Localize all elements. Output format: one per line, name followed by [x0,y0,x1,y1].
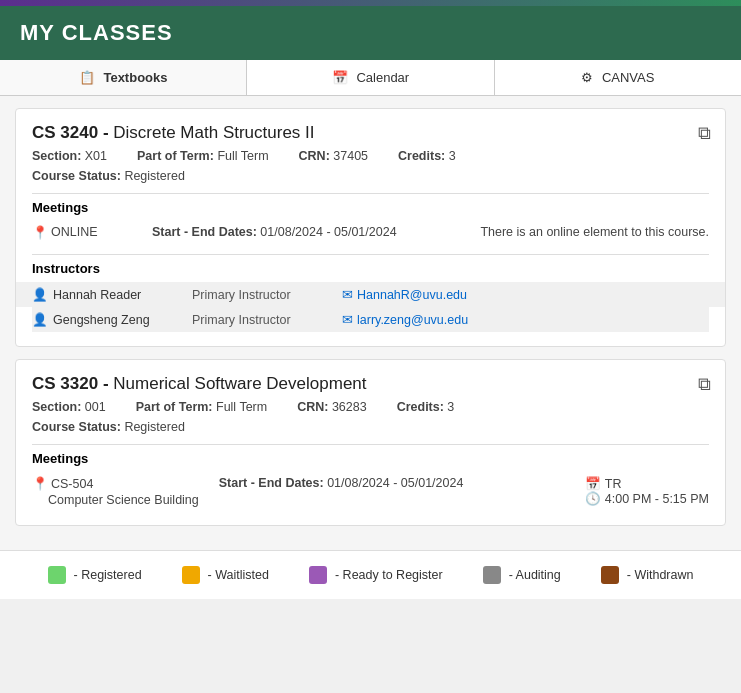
textbooks-icon: 📋 [79,70,95,85]
tab-calendar[interactable]: 📅 Calendar [247,60,494,95]
course-separator-cs3240: - [103,123,113,142]
content: ⧉ CS 3240 - Discrete Math Structures II … [0,96,741,550]
person-icon-1-cs3240: 👤 [32,312,48,327]
instructor-name-text-1-cs3240: Gengsheng Zeng [53,313,150,327]
meeting-note-cs3240: There is an online element to this cours… [480,225,709,239]
instructor-name-text-0-cs3240: Hannah Reader [53,288,141,302]
tabs-container: 📋 Textbooks 📅 Calendar ⚙ CANVAS [0,60,741,96]
credits-cs3320: Credits: 3 [397,400,455,414]
course-meta-cs3320: Section: 001 Part of Term: Full Term CRN… [32,400,709,414]
instructor-name-0-cs3240: 👤 Hannah Reader [32,287,192,302]
tab-canvas[interactable]: ⚙ CANVAS [495,60,741,95]
external-link-button-cs3240[interactable]: ⧉ [698,123,711,144]
pin-icon-cs3240: 📍 [32,225,48,240]
calendar-icon: 📅 [332,70,348,85]
course-separator-cs3320: - [103,374,113,393]
course-meta-cs3240: Section: X01 Part of Term: Full Term CRN… [32,149,709,163]
legend-dot-auditing [483,566,501,584]
tab-textbooks-label: Textbooks [103,70,167,85]
legend-label-auditing: - Auditing [509,568,561,582]
term-cs3240: Part of Term: Full Term [137,149,269,163]
legend-dot-withdrawn [601,566,619,584]
credits-cs3240: Credits: 3 [398,149,456,163]
external-link-button-cs3320[interactable]: ⧉ [698,374,711,395]
legend-dot-registered [48,566,66,584]
tab-textbooks[interactable]: 📋 Textbooks [0,60,247,95]
person-icon-0-cs3240: 👤 [32,287,48,302]
meeting-dates-cs3240: Start - End Dates: 01/08/2024 - 05/01/20… [152,225,460,239]
instructor-email-1-cs3240[interactable]: ✉ larry.zeng@uvu.edu [342,312,468,327]
crn-cs3240: CRN: 37405 [299,149,368,163]
location-building-cs3320: Computer Science Building [32,493,199,507]
meeting-time-cs3320: 📅 TR 🕓 4:00 PM - 5:15 PM [585,476,709,506]
legend-dot-waitlisted [182,566,200,584]
divider-meetings-cs3320 [32,444,709,445]
instructor-name-1-cs3240: 👤 Gengsheng Zeng [32,312,192,327]
email-icon-0-cs3240: ✉ [342,287,353,302]
legend-waitlisted: - Waitlisted [182,566,269,584]
course-title-cs3240: CS 3240 - Discrete Math Structures II [32,123,709,143]
legend: - Registered - Waitlisted - Ready to Reg… [0,550,741,599]
divider-instructors-cs3240 [32,254,709,255]
legend-label-withdrawn: - Withdrawn [627,568,694,582]
legend-label-registered: - Registered [74,568,142,582]
course-name-cs3320: Numerical Software Development [113,374,366,393]
tab-canvas-label: CANVAS [602,70,655,85]
meeting-row-cs3240: 📍 ONLINE Start - End Dates: 01/08/2024 -… [32,221,709,244]
canvas-icon: ⚙ [581,70,593,85]
course-name-cs3240: Discrete Math Structures II [113,123,314,142]
meeting-time-text-cs3320: 4:00 PM - 5:15 PM [605,492,709,506]
email-icon-1-cs3240: ✉ [342,312,353,327]
legend-ready: - Ready to Register [309,566,443,584]
instructor-email-text-1-cs3240: larry.zeng@uvu.edu [357,313,468,327]
meetings-title-cs3320: Meetings [32,451,709,466]
tab-calendar-label: Calendar [356,70,409,85]
legend-withdrawn: - Withdrawn [601,566,694,584]
course-code-cs3240: CS 3240 [32,123,98,142]
legend-registered: - Registered [48,566,142,584]
instructors-title-cs3240: Instructors [32,261,709,276]
instructor-role-0-cs3240: Primary Instructor [192,288,342,302]
meeting-location-cs3240: 📍 ONLINE [32,225,132,240]
course-title-cs3320: CS 3320 - Numerical Software Development [32,374,709,394]
course-status-cs3240: Course Status: Registered [32,169,709,183]
instructor-email-0-cs3240[interactable]: ✉ HannahR@uvu.edu [342,287,467,302]
meeting-dates-cs3320: Start - End Dates: 01/08/2024 - 05/01/20… [219,476,565,490]
course-status-cs3320: Course Status: Registered [32,420,709,434]
header: MY CLASSES [0,6,741,60]
instructor-role-1-cs3240: Primary Instructor [192,313,342,327]
location-text-cs3240: ONLINE [51,225,98,239]
calendar-day-icon-cs3320: 📅 [585,476,601,491]
legend-dot-ready [309,566,327,584]
page-title: MY CLASSES [20,20,721,46]
legend-auditing: - Auditing [483,566,561,584]
clock-icon-cs3320: 🕓 [585,491,601,506]
meeting-row-cs3320: 📍 CS-504 Computer Science Building Start… [32,472,709,511]
divider-meetings-cs3240 [32,193,709,194]
term-cs3320: Part of Term: Full Term [136,400,268,414]
legend-label-waitlisted: - Waitlisted [208,568,269,582]
section-cs3320: Section: 001 [32,400,106,414]
section-cs3240: Section: X01 [32,149,107,163]
pin-icon-cs3320: 📍 [32,476,48,491]
course-code-cs3320: CS 3320 [32,374,98,393]
meetings-title-cs3240: Meetings [32,200,709,215]
course-card-cs3320: ⧉ CS 3320 - Numerical Software Developme… [15,359,726,526]
instructor-row-1-cs3240: 👤 Gengsheng Zeng Primary Instructor ✉ la… [32,307,709,332]
location-code-cs3320: CS-504 [51,477,93,491]
course-card-cs3240: ⧉ CS 3240 - Discrete Math Structures II … [15,108,726,347]
legend-label-ready: - Ready to Register [335,568,443,582]
meeting-days-cs3320: TR [605,477,622,491]
instructor-email-text-0-cs3240: HannahR@uvu.edu [357,288,467,302]
instructor-row-0-cs3240: 👤 Hannah Reader Primary Instructor ✉ Han… [16,282,725,307]
meeting-location-cs3320: 📍 CS-504 Computer Science Building [32,476,199,507]
crn-cs3320: CRN: 36283 [297,400,366,414]
